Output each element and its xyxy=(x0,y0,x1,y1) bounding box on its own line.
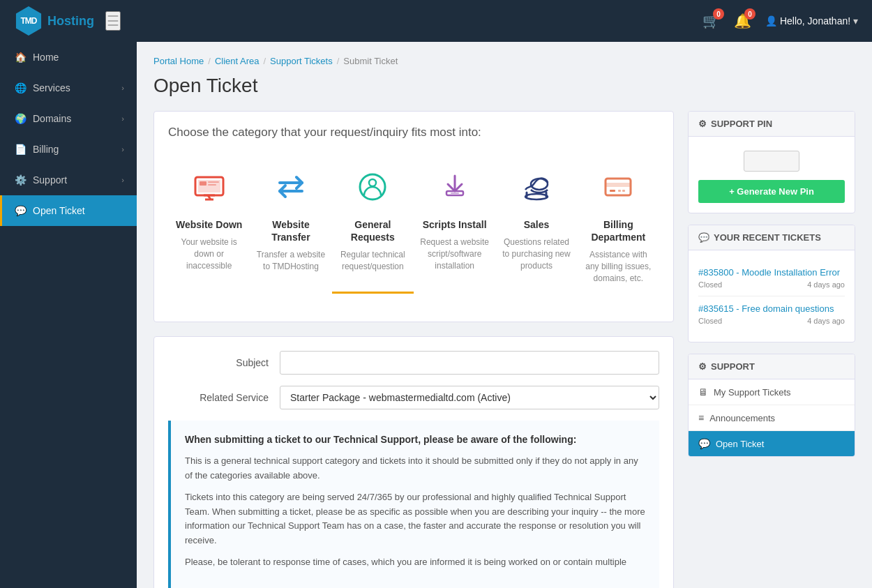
right-sidebar: ⚙ SUPPORT PIN + Generate New Pin 💬 YOUR … xyxy=(688,111,855,588)
support-nav-announcements[interactable]: ≡ Announcements xyxy=(689,405,855,431)
recent-tickets-card: 💬 YOUR RECENT TICKETS #835800 - Moodle I… xyxy=(688,225,855,342)
recent-tickets-title: YOUR RECENT TICKETS xyxy=(714,232,821,243)
category-desc: Request a website script/software instal… xyxy=(419,236,490,271)
info-para3: Please, be tolerant to response time of … xyxy=(185,555,645,570)
category-card: Choose the category that your request/in… xyxy=(153,111,674,322)
info-heading: When submitting a ticket to our Technica… xyxy=(185,432,645,447)
svg-rect-6 xyxy=(208,181,219,183)
breadcrumb-sep: / xyxy=(263,56,266,66)
related-service-row: Related Service Starter Package - webmas… xyxy=(168,386,659,409)
support-nav-title: SUPPORT xyxy=(711,361,755,372)
user-name: Hello, Jonathan! xyxy=(780,15,850,27)
support-nav-header: ⚙ SUPPORT xyxy=(689,354,855,379)
header: TMD Hosting ☰ 🛒 0 🔔 0 👤 Hello, Jonathan!… xyxy=(0,0,872,42)
sidebar-item-home[interactable]: 🏠 Home xyxy=(0,42,137,73)
services-icon: 🌐 xyxy=(15,82,26,93)
support-nav-open-ticket[interactable]: 💬 Open Ticket xyxy=(689,431,855,456)
page-title: Open Ticket xyxy=(153,75,855,97)
cart-button[interactable]: 🛒 0 xyxy=(702,13,720,29)
ticket-time: 4 days ago xyxy=(807,280,845,289)
svg-point-11 xyxy=(369,179,376,186)
category-general-requests[interactable]: General Requests Regular technical reque… xyxy=(332,163,414,294)
user-greeting[interactable]: 👤 Hello, Jonathan! ▾ xyxy=(765,15,858,27)
breadcrumb-support-tickets[interactable]: Support Tickets xyxy=(270,56,333,66)
sidebar-item-label: Support xyxy=(33,174,67,186)
category-name: Website Transfer xyxy=(255,218,326,243)
content-main: Choose the category that your request/in… xyxy=(153,111,674,588)
category-name: Sales xyxy=(524,218,550,231)
alerts-button[interactable]: 🔔 0 xyxy=(734,13,751,29)
website-down-icon xyxy=(193,170,226,210)
info-box: When submitting a ticket to our Technica… xyxy=(168,421,659,588)
info-para1: This is a general technical support cate… xyxy=(185,454,645,483)
category-website-transfer[interactable]: Website Transfer Transfer a website to T… xyxy=(250,163,331,294)
svg-rect-13 xyxy=(451,193,459,194)
breadcrumb-sep: / xyxy=(337,56,340,66)
category-desc: Questions related to purchasing new prod… xyxy=(501,236,571,271)
sidebar-item-billing[interactable]: 📄 Billing › xyxy=(0,134,137,165)
support-pin-input[interactable] xyxy=(744,151,799,172)
ticket-status: Closed xyxy=(698,280,722,289)
ticket-link-835800[interactable]: #835800 - Moodle Installation Error xyxy=(698,267,845,278)
ticket-link-835615[interactable]: #835615 - Free domain questions xyxy=(698,303,845,314)
sidebar-item-label: Billing xyxy=(33,144,59,155)
breadcrumb-client-area[interactable]: Client Area xyxy=(215,56,260,66)
announcements-icon: ≡ xyxy=(698,412,704,423)
sidebar-item-open-ticket[interactable]: 💬 Open Ticket xyxy=(0,195,137,226)
category-website-down[interactable]: Website Down Your website is down or ina… xyxy=(168,163,250,294)
category-name: General Requests xyxy=(338,218,408,243)
svg-rect-22 xyxy=(618,190,621,192)
main-content: Portal Home / Client Area / Support Tick… xyxy=(137,42,872,588)
layout: 🏠 Home 🌐 Services › 🌍 Domains › 📄 Billin… xyxy=(0,42,872,588)
chevron-right-icon: › xyxy=(121,84,124,92)
category-scripts-install[interactable]: Scripts Install Request a website script… xyxy=(414,163,495,294)
subject-input[interactable] xyxy=(280,351,659,375)
svg-rect-7 xyxy=(208,184,216,186)
sidebar-item-label: Services xyxy=(33,82,70,93)
category-name: Billing Department xyxy=(583,218,654,243)
header-left: TMD Hosting ☰ xyxy=(14,6,121,36)
subject-label: Subject xyxy=(168,357,280,368)
breadcrumb-portal-home[interactable]: Portal Home xyxy=(153,56,204,66)
sidebar-item-services[interactable]: 🌐 Services › xyxy=(0,73,137,103)
open-ticket-nav-icon: 💬 xyxy=(698,438,710,449)
hamburger-button[interactable]: ☰ xyxy=(105,11,121,31)
svg-rect-21 xyxy=(610,190,615,192)
billing-icon: 📄 xyxy=(15,144,26,155)
home-icon: 🏠 xyxy=(15,52,26,63)
ticket-item: #835800 - Moodle Installation Error Clos… xyxy=(698,260,845,296)
breadcrumb-sep: / xyxy=(208,56,211,66)
support-pin-card: ⚙ SUPPORT PIN + Generate New Pin xyxy=(688,111,855,213)
support-icon: ⚙️ xyxy=(15,174,26,186)
support-nav-icon: ⚙ xyxy=(698,361,707,372)
related-service-select[interactable]: Starter Package - webmastermedialtd.com … xyxy=(280,386,659,409)
category-desc: Assistance with any billing issues, doma… xyxy=(583,249,654,284)
category-billing-dept[interactable]: Billing Department Assistance with any b… xyxy=(578,163,659,294)
breadcrumb-current: Submit Ticket xyxy=(343,56,398,66)
generate-pin-button[interactable]: + Generate New Pin xyxy=(698,180,845,203)
ticket-form-card: Subject Related Service Starter Package … xyxy=(153,336,674,588)
support-nav-my-tickets[interactable]: 🖥 My Support Tickets xyxy=(689,379,855,405)
svg-rect-5 xyxy=(200,181,206,186)
alert-badge: 0 xyxy=(744,8,756,20)
cart-badge: 0 xyxy=(713,8,724,20)
category-intro: Choose the category that your request/in… xyxy=(168,126,659,140)
logo-tmd: TMD xyxy=(21,16,37,26)
category-name: Scripts Install xyxy=(423,218,487,231)
ticket-item: #835615 - Free domain questions Closed 4… xyxy=(698,296,845,332)
svg-point-18 xyxy=(525,194,548,199)
sidebar-item-support[interactable]: ⚙️ Support › xyxy=(0,165,137,195)
sales-icon xyxy=(520,170,553,210)
categories-list: Website Down Your website is down or ina… xyxy=(168,156,659,308)
header-right: 🛒 0 🔔 0 👤 Hello, Jonathan! ▾ xyxy=(702,13,858,29)
logo-hosting: Hosting xyxy=(47,14,94,28)
website-transfer-icon xyxy=(274,170,308,210)
billing-dept-icon xyxy=(601,170,635,210)
sidebar-item-label: Open Ticket xyxy=(33,205,85,216)
category-sales[interactable]: Sales Questions related to purchasing ne… xyxy=(495,163,577,294)
category-desc: Your website is down or inaccessible xyxy=(174,236,244,271)
sidebar-item-domains[interactable]: 🌍 Domains › xyxy=(0,103,137,134)
category-desc: Regular technical request/question xyxy=(338,249,408,273)
svg-rect-20 xyxy=(606,183,631,187)
sidebar-item-label: Domains xyxy=(33,113,71,124)
